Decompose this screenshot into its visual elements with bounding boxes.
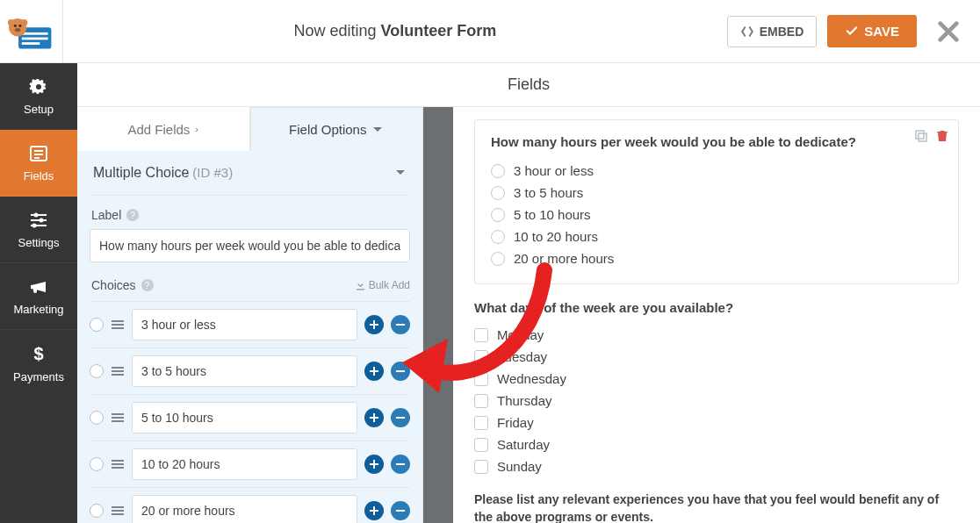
svg-rect-21 xyxy=(112,320,124,322)
help-icon[interactable]: ? xyxy=(126,209,139,221)
close-icon[interactable] xyxy=(936,19,961,44)
checkbox-icon xyxy=(474,438,488,452)
svg-rect-38 xyxy=(112,510,124,512)
svg-rect-24 xyxy=(396,324,405,326)
svg-rect-31 xyxy=(112,420,124,422)
chevron-down-icon xyxy=(394,167,407,179)
choice-radio[interactable] xyxy=(90,318,104,332)
drag-handle-icon[interactable] xyxy=(111,364,125,378)
main-title: Fields xyxy=(508,75,550,94)
form-icon xyxy=(28,143,49,164)
checkbox-icon xyxy=(474,394,488,408)
checkbox-option[interactable]: Saturday xyxy=(474,433,959,455)
svg-rect-37 xyxy=(112,506,124,508)
choice-input[interactable] xyxy=(132,309,357,340)
checkbox-option[interactable]: Sunday xyxy=(474,455,959,477)
choice-radio[interactable] xyxy=(90,364,104,378)
q2-label: What days of the week are you available? xyxy=(474,300,959,315)
svg-point-15 xyxy=(34,213,39,218)
svg-rect-28 xyxy=(396,370,405,372)
choice-input[interactable] xyxy=(132,448,357,480)
checkbox-option[interactable]: Tuesday xyxy=(474,346,959,368)
question-block-hours[interactable]: How many hours per week would you be abl… xyxy=(474,119,959,284)
choice-radio[interactable] xyxy=(90,411,104,425)
svg-rect-1 xyxy=(21,32,47,34)
remove-choice-button[interactable] xyxy=(391,315,410,334)
label-input[interactable] xyxy=(90,229,410,262)
svg-rect-2 xyxy=(21,37,47,39)
checkbox-option[interactable]: Friday xyxy=(474,412,959,433)
svg-point-19 xyxy=(32,224,37,228)
svg-point-9 xyxy=(20,19,26,25)
nav-marketing-label: Marketing xyxy=(13,303,63,316)
option-text: Wednesday xyxy=(497,371,566,386)
add-choice-button[interactable] xyxy=(364,362,384,381)
nav-setup[interactable]: Setup xyxy=(0,63,77,130)
save-label: SAVE xyxy=(864,24,899,39)
trash-icon[interactable] xyxy=(935,129,949,143)
duplicate-icon[interactable] xyxy=(914,129,928,143)
nav-settings[interactable]: Settings xyxy=(0,197,77,263)
field-panel: Add Fields › Field Options Multiple Choi… xyxy=(77,107,423,523)
add-choice-button[interactable] xyxy=(364,501,384,520)
svg-rect-35 xyxy=(112,467,124,469)
section-id: (ID #3) xyxy=(192,165,233,180)
radio-option[interactable]: 20 or more hours xyxy=(491,247,942,269)
side-nav: Setup Fields Settings Marketing $ Paymen… xyxy=(0,63,77,523)
remove-choice-button[interactable] xyxy=(391,362,410,381)
bulk-add-link[interactable]: Bulk Add xyxy=(356,279,410,291)
choice-input[interactable] xyxy=(132,495,357,523)
option-text: 3 hour or less xyxy=(514,163,594,178)
drag-handle-icon[interactable] xyxy=(111,411,125,425)
svg-rect-42 xyxy=(919,133,926,141)
chevron-right-icon: › xyxy=(195,124,198,134)
svg-point-7 xyxy=(14,28,20,32)
top-bar: Now editing Volunteer Form EMBED SAVE xyxy=(0,0,980,63)
add-choice-button[interactable] xyxy=(364,408,384,427)
drag-handle-icon[interactable] xyxy=(111,318,125,332)
choice-radio[interactable] xyxy=(90,504,104,518)
choice-radio[interactable] xyxy=(90,457,104,471)
option-text: Friday xyxy=(497,415,534,430)
tab-field-options[interactable]: Field Options xyxy=(250,107,423,151)
radio-option[interactable]: 3 to 5 hours xyxy=(491,182,942,204)
checkbox-option[interactable]: Wednesday xyxy=(474,368,959,390)
question-block-experience[interactable]: Please list any relevant experiences you… xyxy=(474,491,959,523)
tab-add-label: Add Fields xyxy=(127,122,190,137)
help-icon[interactable]: ? xyxy=(141,279,154,291)
radio-option[interactable]: 10 to 20 hours xyxy=(491,226,942,247)
radio-icon xyxy=(491,186,505,200)
radio-option[interactable]: 3 hour or less xyxy=(491,160,942,182)
chevron-down-icon xyxy=(371,124,384,136)
remove-choice-button[interactable] xyxy=(391,408,410,427)
section-header[interactable]: Multiple Choice (ID #3) xyxy=(90,151,410,195)
nav-marketing[interactable]: Marketing xyxy=(0,263,77,330)
radio-option[interactable]: 5 to 10 hours xyxy=(491,204,942,226)
nav-fields[interactable]: Fields xyxy=(0,130,77,197)
section-title: Multiple Choice xyxy=(93,165,189,180)
drag-handle-icon[interactable] xyxy=(111,504,125,518)
remove-choice-button[interactable] xyxy=(391,501,410,520)
nav-payments[interactable]: $ Payments xyxy=(0,330,77,397)
radio-icon xyxy=(491,252,505,266)
embed-label: EMBED xyxy=(760,25,804,39)
add-choice-button[interactable] xyxy=(364,315,384,334)
svg-rect-33 xyxy=(112,460,124,462)
embed-button[interactable]: EMBED xyxy=(727,16,818,47)
svg-rect-36 xyxy=(396,463,405,465)
save-button[interactable]: SAVE xyxy=(827,15,917,47)
tab-add-fields[interactable]: Add Fields › xyxy=(77,107,250,151)
choice-input[interactable] xyxy=(132,355,357,387)
drag-handle-icon[interactable] xyxy=(111,457,125,471)
option-text: Thursday xyxy=(497,393,552,408)
svg-rect-40 xyxy=(396,510,405,512)
checkbox-option[interactable]: Monday xyxy=(474,324,959,346)
svg-rect-22 xyxy=(112,324,124,326)
svg-rect-3 xyxy=(21,42,40,45)
checkbox-option[interactable]: Thursday xyxy=(474,390,959,412)
add-choice-button[interactable] xyxy=(364,455,384,474)
remove-choice-button[interactable] xyxy=(391,455,410,474)
question-block-days[interactable]: What days of the week are you available?… xyxy=(474,300,959,477)
editing-title: Now editing Volunteer Form xyxy=(63,22,727,40)
choice-input[interactable] xyxy=(132,402,357,433)
